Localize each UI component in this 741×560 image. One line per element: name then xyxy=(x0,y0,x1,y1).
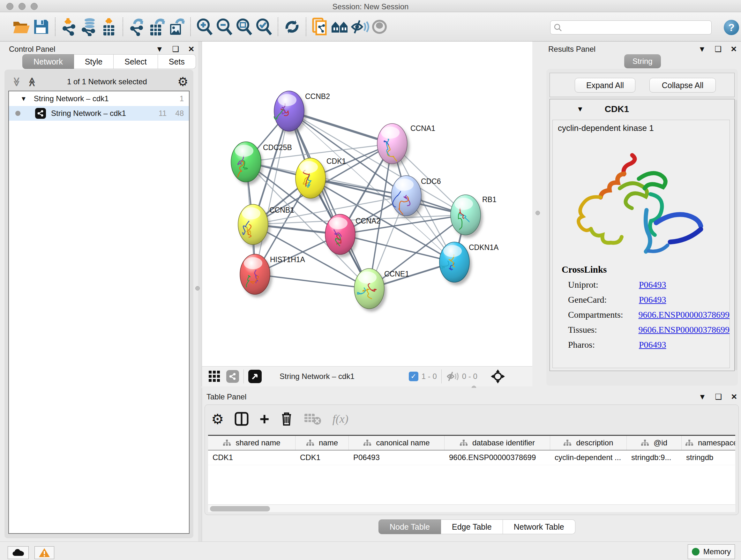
string-protein-query-icon[interactable] xyxy=(330,17,350,37)
network-snapshot-icon[interactable] xyxy=(310,17,330,37)
network-node-RB1[interactable]: RB1 xyxy=(451,195,496,238)
tab-style[interactable]: Style xyxy=(74,54,114,69)
column-header-database-identifier[interactable]: database identifier xyxy=(445,436,550,450)
grid-view-icon[interactable] xyxy=(208,370,220,382)
column-header-description[interactable]: description xyxy=(550,436,627,450)
zoom-out-icon[interactable] xyxy=(214,17,234,37)
pan-crosshair-icon[interactable] xyxy=(490,369,506,384)
tab-string[interactable]: String xyxy=(624,54,661,68)
results-scrollbar[interactable] xyxy=(735,100,737,370)
right-splitter-handle[interactable] xyxy=(536,211,540,215)
tab-network-table[interactable]: Network Table xyxy=(503,519,576,534)
tab-network[interactable]: Network xyxy=(22,54,74,69)
zoom-in-icon[interactable] xyxy=(195,17,214,37)
table-cell[interactable]: CDK1 xyxy=(295,450,349,465)
export-image-icon[interactable] xyxy=(166,17,186,37)
tab-edge-table[interactable]: Edge Table xyxy=(441,519,503,534)
search-input[interactable] xyxy=(562,23,702,32)
results-panel-float-icon[interactable]: ❑ xyxy=(715,45,722,53)
table-panel-float-icon[interactable]: ❑ xyxy=(715,393,722,401)
tab-sets[interactable]: Sets xyxy=(158,54,196,69)
refresh-network-view-icon[interactable] xyxy=(282,17,302,37)
table-row[interactable]: CDK1CDK1P064939606.ENSP00000378699cyclin… xyxy=(208,450,735,465)
control-panel-menu-icon[interactable]: ▼ xyxy=(156,45,163,53)
crosslink-link[interactable]: P06493 xyxy=(639,280,666,290)
export-network-icon[interactable] xyxy=(127,17,147,37)
zoom-fit-content-icon[interactable] xyxy=(234,17,254,37)
show-columns-icon[interactable] xyxy=(234,412,249,426)
create-column-icon[interactable]: + xyxy=(259,412,269,426)
hidden-elements-icon[interactable] xyxy=(446,371,459,382)
scrollbar-thumb[interactable] xyxy=(210,506,270,511)
import-network-from-database-icon[interactable] xyxy=(79,17,99,37)
table-cell[interactable]: stringdb:9... xyxy=(627,450,682,465)
column-header-name[interactable]: name xyxy=(295,436,349,450)
table-options-gear-icon[interactable]: ⚙ xyxy=(211,411,224,427)
hide-graphics-details-icon[interactable] xyxy=(350,17,369,37)
network-node-CDKN1A[interactable]: CDKN1A xyxy=(440,242,499,285)
left-splitter[interactable] xyxy=(198,42,202,542)
function-builder-icon[interactable]: f(x) xyxy=(333,412,348,426)
expand-all-button[interactable]: Expand All xyxy=(575,78,635,92)
table-cell[interactable]: CDK1 xyxy=(208,450,295,465)
control-panel-close-icon[interactable]: ✕ xyxy=(188,45,194,53)
crosslink-link[interactable]: P06493 xyxy=(639,340,666,350)
save-session-icon[interactable] xyxy=(31,17,51,37)
column-header-canonical-name[interactable]: canonical name xyxy=(349,436,445,450)
delete-column-icon[interactable] xyxy=(280,412,293,426)
network-node-CCNE1[interactable]: CCNE1 xyxy=(354,268,409,312)
export-table-icon[interactable] xyxy=(147,17,166,37)
gene-description: cyclin-dependent kinase 1 xyxy=(553,120,730,133)
column-header-namespace[interactable]: namespace xyxy=(682,436,735,450)
table-cell[interactable]: stringdb xyxy=(682,450,735,465)
search-box[interactable] xyxy=(550,20,712,35)
results-panel-close-icon[interactable]: ✕ xyxy=(731,45,737,53)
results-panel-menu-icon[interactable]: ▼ xyxy=(698,45,706,53)
network-node-CCNA1[interactable]: CCNA1 xyxy=(377,124,435,167)
open-session-icon[interactable] xyxy=(11,17,31,37)
birds-eye-view-icon[interactable] xyxy=(248,370,262,383)
gene-section-header[interactable]: ▼ CDK1 xyxy=(550,99,734,119)
network-node-CDC6[interactable]: CDC6 xyxy=(391,176,441,219)
network-canvas[interactable]: CCNB2CCNA1CDC25BCDK1CDC6RB1CCNB1CCNA2CDK… xyxy=(202,42,532,366)
crosslink-link[interactable]: 9606.ENSP00000378699 xyxy=(638,310,730,320)
network-node-CCNA2[interactable]: CCNA2 xyxy=(325,214,381,257)
selected-nodes-checkbox[interactable]: ✓ xyxy=(409,372,418,381)
control-panel-float-icon[interactable]: ❑ xyxy=(172,45,179,53)
network-collection-row[interactable]: ▼ String Network – cdk1 1 xyxy=(9,91,189,106)
expand-all-networks-icon[interactable]: ≫ xyxy=(26,77,37,86)
import-network-from-file-icon[interactable] xyxy=(59,17,79,37)
tab-select[interactable]: Select xyxy=(114,54,158,69)
network-row-selected[interactable]: String Network – cdk1 11 48 xyxy=(9,106,189,121)
table-cell[interactable]: cyclin-dependent ... xyxy=(550,450,627,465)
cloud-status-button[interactable] xyxy=(8,546,29,559)
network-node-HIST1H1A[interactable]: HIST1H1A xyxy=(240,254,306,297)
tab-node-table[interactable]: Node Table xyxy=(379,519,441,534)
collapse-all-networks-icon[interactable]: ≫ xyxy=(11,77,22,86)
table-horizontal-scrollbar[interactable] xyxy=(208,504,735,512)
zoom-selected-icon[interactable] xyxy=(254,17,274,37)
column-header-shared-name[interactable]: shared name xyxy=(208,436,295,450)
share-view-icon[interactable] xyxy=(226,370,239,383)
memory-button[interactable]: Memory xyxy=(688,544,735,559)
network-edge[interactable] xyxy=(255,111,289,274)
network-options-gear-icon[interactable]: ⚙ xyxy=(178,75,188,89)
tree-expander-icon[interactable]: ▼ xyxy=(20,95,27,103)
table-panel-close-icon[interactable]: ✕ xyxy=(731,393,737,401)
table-panel-menu-icon[interactable]: ▼ xyxy=(698,393,706,401)
show-graphics-details-icon[interactable] xyxy=(369,17,389,37)
column-header-id[interactable]: @id xyxy=(627,436,682,450)
delete-table-icon[interactable] xyxy=(304,413,322,425)
warnings-button[interactable] xyxy=(35,546,54,559)
table-cell[interactable]: 9606.ENSP00000378699 xyxy=(445,450,550,465)
network-node-CCNB1[interactable]: CCNB1 xyxy=(238,204,294,247)
help-icon[interactable]: ? xyxy=(724,20,739,35)
network-node-CCNB2[interactable]: CCNB2 xyxy=(274,91,330,134)
crosslink-link[interactable]: P06493 xyxy=(639,295,666,305)
table-cell[interactable]: P06493 xyxy=(349,450,445,465)
crosslink-link[interactable]: 9606.ENSP00000378699 xyxy=(638,325,730,335)
import-table-from-file-icon[interactable] xyxy=(99,17,119,37)
section-expander-icon[interactable]: ▼ xyxy=(577,105,584,113)
left-splitter-handle[interactable] xyxy=(195,286,200,291)
collapse-all-button[interactable]: Collapse All xyxy=(650,78,716,92)
